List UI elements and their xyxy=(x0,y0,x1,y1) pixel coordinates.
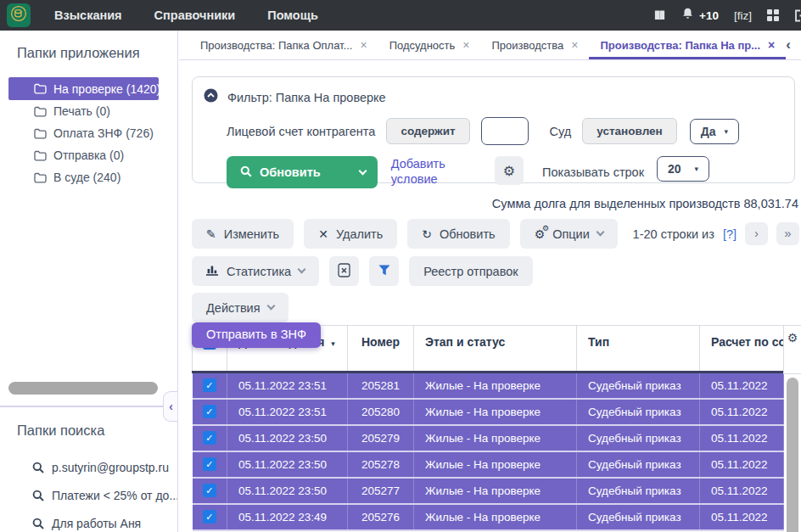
chevron-down-icon xyxy=(358,166,367,175)
cell-date: 05.11.2022 23:49 xyxy=(227,504,348,530)
tab-close-icon[interactable]: × xyxy=(462,39,469,51)
tab-close-icon[interactable]: × xyxy=(768,39,775,51)
chevron-down-icon xyxy=(298,266,306,274)
court-value-select[interactable]: Да ▾ xyxy=(690,119,739,144)
rows-per-page-select[interactable]: 20 ▾ xyxy=(657,156,709,182)
delete-label: Удалить xyxy=(336,227,383,241)
refresh-icon: ↻ xyxy=(422,228,432,240)
last-page-button[interactable]: » xyxy=(776,222,799,245)
search-folder-item[interactable]: Для работы Аня xyxy=(0,509,178,532)
menu-item[interactable]: Взыскания xyxy=(54,8,122,22)
folder-label: На проверке (1420) xyxy=(53,82,160,96)
column-header-calc[interactable]: Расчет по сос xyxy=(700,326,784,372)
pagination-total-link[interactable]: [?] xyxy=(723,227,737,241)
app-folders-title: Папки приложения xyxy=(17,45,140,61)
cell-type: Судебный приказ xyxy=(577,372,700,399)
account-field-label: Лицевой счет контрагента xyxy=(227,125,375,138)
shipments-registry-button[interactable]: Реестр отправок xyxy=(409,256,532,286)
tab-label: Производства: Папка На пр... xyxy=(600,39,760,52)
folder-icon xyxy=(34,106,47,117)
main-menu: ВзысканияСправочникиПомощь xyxy=(54,8,318,22)
collapse-filter-icon[interactable] xyxy=(204,88,218,106)
cell-status: Жилые - На проверке xyxy=(414,425,577,451)
column-header-type[interactable]: Тип xyxy=(577,326,700,372)
folder-item[interactable]: Оплата ЗНФ (726) xyxy=(0,122,178,144)
column-settings-button[interactable]: ⚙ xyxy=(783,325,801,374)
options-button[interactable]: ⚙⚙ Опции xyxy=(520,219,618,249)
table-row[interactable]: 05.11.2022 23:51 205280 Жилые - На прове… xyxy=(193,399,784,425)
court-operator-button[interactable]: установлен xyxy=(582,118,676,144)
app-logo[interactable] xyxy=(7,3,31,27)
row-checkbox[interactable] xyxy=(203,378,216,392)
collapse-panel-handle[interactable]: ‹ xyxy=(163,391,178,422)
tab-close-icon[interactable]: × xyxy=(360,39,367,51)
menu-item[interactable]: Помощь xyxy=(267,8,318,22)
folder-item[interactable]: В суде (240) xyxy=(0,166,178,188)
tab-bar: Производства: Папка Оплат... × Подсуднос… xyxy=(179,31,801,60)
delete-button[interactable]: ✕ Удалить xyxy=(304,219,397,249)
cell-calc-date: 05.11.2022 xyxy=(700,478,784,504)
tab-close-icon[interactable]: × xyxy=(571,39,578,51)
filter-funnel-button[interactable] xyxy=(369,256,399,286)
cell-number: 205276 xyxy=(348,504,414,530)
tab[interactable]: Производства × xyxy=(481,31,590,59)
tab[interactable]: Производства: Папка На пр... × xyxy=(589,31,786,59)
cell-number: 205277 xyxy=(348,478,414,504)
row-checkbox[interactable] xyxy=(203,457,216,471)
registry-label: Реестр отправок xyxy=(423,265,518,278)
row-checkbox[interactable] xyxy=(203,431,216,445)
edit-button[interactable]: ✎ Изменить xyxy=(192,219,294,249)
account-value-input[interactable] xyxy=(481,117,529,145)
next-page-button[interactable]: › xyxy=(745,222,768,245)
row-checkbox[interactable] xyxy=(203,510,216,524)
account-operator-button[interactable]: содержит xyxy=(386,118,469,144)
tab-scroll-arrows: ‹ › xyxy=(786,31,801,59)
actions-button[interactable]: Действия xyxy=(192,293,288,322)
row-checkbox[interactable] xyxy=(203,484,216,497)
row-checkbox[interactable] xyxy=(203,405,216,418)
column-header-status[interactable]: Этап и статус xyxy=(414,326,577,372)
refresh-list-button[interactable]: ↻ Обновить xyxy=(407,219,509,249)
statistics-button[interactable]: Статистика xyxy=(192,256,319,286)
folder-item[interactable]: Отправка (0) xyxy=(0,144,178,166)
tabs-scroll-left-icon[interactable]: ‹ xyxy=(786,36,791,53)
search-folder-item[interactable]: p.sutyrin@groupstp.ru xyxy=(0,453,178,481)
folder-item[interactable]: Печать (0) xyxy=(0,100,178,122)
table-row[interactable]: 05.11.2022 23:50 205278 Жилые - На прове… xyxy=(193,451,784,478)
excel-file-icon xyxy=(338,263,350,280)
search-folder-label: Платежи < 25% от до... xyxy=(52,489,178,502)
table-row[interactable]: 05.11.2022 23:50 205279 Жилые - На прове… xyxy=(193,425,784,451)
table-right-rail: ⚙ xyxy=(783,325,801,532)
cell-number: 205280 xyxy=(348,399,414,425)
notifications-button[interactable]: +10 xyxy=(681,7,719,24)
main-area: Производства: Папка Оплат... × Подсуднос… xyxy=(179,31,801,532)
export-excel-button[interactable] xyxy=(329,256,359,286)
folder-item[interactable]: На проверке (1420) xyxy=(8,77,159,100)
sidebar-scrollbar-horizontal[interactable] xyxy=(8,382,158,395)
logout-icon[interactable] xyxy=(794,9,801,22)
cell-status: Жилые - На проверке xyxy=(414,399,577,425)
tab[interactable]: Подсудность × xyxy=(378,31,481,59)
cell-status: Жилые - На проверке xyxy=(414,478,577,504)
refresh-filter-button[interactable]: Обновить xyxy=(227,156,378,188)
table-row[interactable]: 05.11.2022 23:49 205276 Жилые - На прове… xyxy=(193,504,784,530)
filter-panel: Фильтр: Папка На проверке Лицевой счет к… xyxy=(192,76,795,183)
search-folder-item[interactable]: Платежи < 25% от до... xyxy=(0,481,178,509)
sort-caret-icon[interactable]: ▾ xyxy=(331,339,335,348)
filter-settings-button[interactable]: ⚙ xyxy=(495,156,524,185)
journal-icon[interactable] xyxy=(653,9,666,21)
column-header-number[interactable]: Номер xyxy=(348,326,414,372)
add-condition-link[interactable]: Добавить условие xyxy=(391,156,466,187)
sidebar: Папки приложения На проверке (1420) xyxy=(0,31,178,532)
tab[interactable]: Производства: Папка Оплат... × xyxy=(189,31,378,59)
tab-label: Подсудность xyxy=(389,39,456,52)
apps-grid-icon[interactable] xyxy=(767,9,779,21)
user-badge[interactable]: [fiz] xyxy=(734,9,752,22)
table-row[interactable]: 05.11.2022 23:50 205277 Жилые - На прове… xyxy=(193,478,784,504)
menu-item[interactable]: Справочники xyxy=(154,8,236,22)
table-scrollbar-vertical[interactable] xyxy=(787,378,798,532)
cell-calc-date: 05.11.2022 xyxy=(700,504,784,530)
actions-label: Действия xyxy=(206,301,260,315)
table-row[interactable]: 05.11.2022 23:51 205281 Жилые - На прове… xyxy=(193,372,784,399)
send-to-znf-tooltip[interactable]: Отправить в ЗНФ xyxy=(192,322,321,348)
